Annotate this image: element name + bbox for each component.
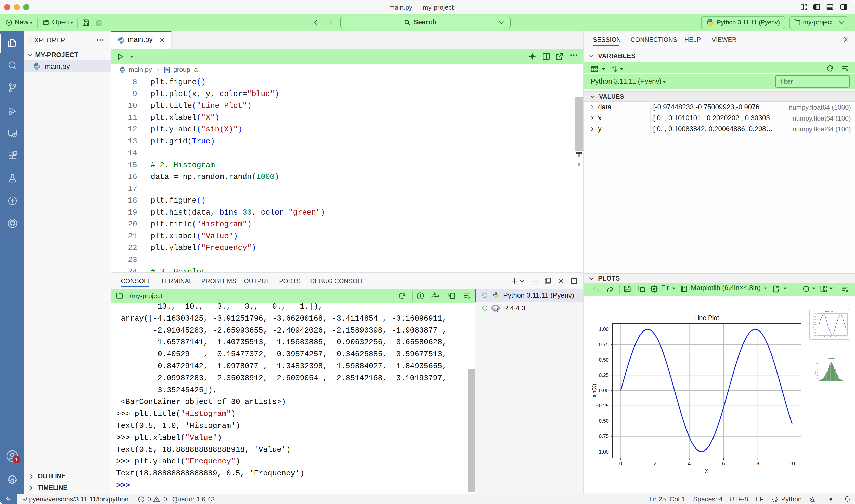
svg-text:60: 60 [817, 372, 818, 373]
svg-text:6: 6 [835, 336, 836, 338]
svg-text:−0.75: −0.75 [596, 433, 609, 439]
svg-text:-0.50: -0.50 [813, 329, 816, 331]
svg-text:100: 100 [816, 363, 819, 365]
svg-text:sin(X): sin(X) [591, 384, 597, 397]
svg-text:4: 4 [830, 336, 831, 338]
svg-text:0.25: 0.25 [814, 321, 816, 323]
svg-text:0: 0 [619, 461, 622, 466]
svg-text:−1.00: −1.00 [596, 449, 609, 454]
svg-text:Histogram: Histogram [827, 358, 835, 360]
svg-text:Frequency: Frequency [815, 369, 816, 375]
svg-text:0.75: 0.75 [814, 316, 816, 318]
svg-text:0.50: 0.50 [814, 319, 816, 320]
svg-text:80: 80 [817, 369, 818, 370]
svg-text:0: 0 [819, 336, 819, 338]
svg-text:0.00: 0.00 [814, 324, 816, 325]
svg-text:8: 8 [841, 336, 841, 338]
svg-text:-0.25: -0.25 [813, 327, 816, 328]
svg-text:2: 2 [654, 461, 656, 466]
svg-text:X: X [705, 468, 708, 474]
svg-text:0: 0 [818, 380, 818, 382]
svg-text:1.00: 1.00 [814, 313, 816, 315]
svg-text:2: 2 [824, 336, 825, 338]
svg-text:10: 10 [846, 336, 847, 338]
svg-text:−0.25: −0.25 [596, 403, 609, 409]
svg-text:4: 4 [688, 461, 691, 466]
svg-text:6: 6 [722, 461, 725, 466]
svg-text:-1.00: -1.00 [813, 335, 816, 336]
svg-text:1.00: 1.00 [599, 326, 609, 332]
svg-text:ab: ab [432, 292, 436, 295]
svg-text:10: 10 [789, 461, 795, 466]
svg-text:R: R [494, 307, 498, 312]
svg-text:0.25: 0.25 [599, 372, 609, 378]
svg-text:0.00: 0.00 [599, 388, 609, 393]
svg-text:Line Plot: Line Plot [825, 311, 833, 313]
svg-text:Value: Value [830, 382, 833, 384]
svg-text:20: 20 [817, 377, 818, 379]
svg-text:−0.50: −0.50 [596, 418, 609, 424]
svg-text:c: c [431, 295, 433, 299]
svg-text:-0.75: -0.75 [813, 332, 816, 334]
svg-text:40: 40 [817, 375, 818, 376]
svg-text:8: 8 [756, 461, 759, 466]
svg-text:0.50: 0.50 [599, 357, 609, 363]
svg-text:Line Plot: Line Plot [694, 314, 719, 321]
svg-text:0.75: 0.75 [599, 342, 609, 347]
